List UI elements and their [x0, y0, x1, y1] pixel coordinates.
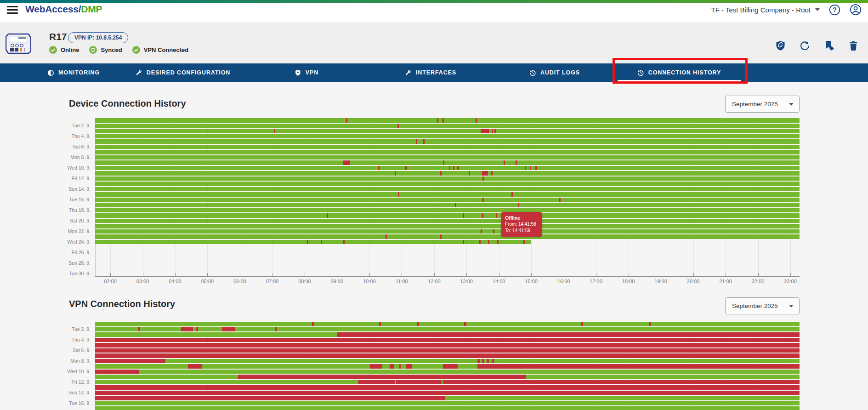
offline-segment[interactable]	[238, 375, 526, 379]
timeline-row-day-24[interactable]	[95, 240, 800, 245]
timeline-row-day-8[interactable]	[95, 359, 800, 364]
offline-segment[interactable]	[518, 203, 519, 207]
online-segment[interactable]	[95, 139, 800, 144]
account-icon[interactable]	[850, 4, 862, 16]
online-segment[interactable]	[95, 134, 800, 139]
timeline-row-day-6[interactable]	[95, 145, 800, 149]
offline-segment[interactable]	[477, 364, 800, 369]
offline-segment[interactable]	[481, 129, 490, 133]
offline-segment[interactable]	[397, 124, 399, 128]
timeline-row-day-17[interactable]	[95, 203, 800, 207]
offline-segment[interactable]	[479, 240, 481, 245]
online-segment[interactable]	[95, 187, 800, 192]
timeline-row-day-20[interactable]	[95, 219, 800, 223]
online-segment[interactable]	[95, 155, 800, 160]
timeline-row-day-15[interactable]	[95, 192, 800, 197]
tab-interfaces[interactable]: INTERFACES	[405, 63, 456, 82]
online-segment[interactable]	[95, 229, 800, 234]
offline-segment[interactable]	[477, 359, 480, 364]
timeline-row-day-7[interactable]	[95, 150, 800, 154]
offline-segment[interactable]	[469, 171, 470, 176]
offline-segment[interactable]	[530, 166, 531, 171]
offline-segment[interactable]	[482, 213, 483, 218]
device-chart-month-selector[interactable]: September 2025	[725, 96, 800, 113]
online-segment[interactable]	[95, 213, 800, 218]
offline-segment[interactable]	[390, 364, 395, 369]
online-segment[interactable]	[395, 380, 396, 385]
help-icon[interactable]: ?	[829, 4, 840, 16]
online-segment[interactable]	[95, 150, 800, 154]
tab-monitoring[interactable]: MONITORING	[47, 63, 100, 82]
offline-segment[interactable]	[95, 370, 139, 374]
timeline-row-day-7[interactable]	[95, 353, 800, 358]
online-segment[interactable]	[95, 240, 531, 245]
refresh-icon[interactable]	[800, 40, 810, 51]
offline-segment[interactable]	[482, 198, 484, 202]
offline-segment[interactable]	[95, 348, 800, 353]
offline-segment[interactable]	[464, 322, 466, 326]
timeline-row-day-19[interactable]	[95, 213, 800, 218]
timeline-row-day-1[interactable]	[95, 118, 800, 123]
offline-segment[interactable]	[443, 118, 444, 123]
timeline-row-day-10[interactable]	[95, 370, 800, 374]
offline-segment[interactable]	[398, 192, 399, 197]
online-segment[interactable]	[95, 208, 800, 213]
offline-segment[interactable]	[95, 353, 800, 358]
offline-segment[interactable]	[416, 139, 417, 144]
timeline-row-day-22[interactable]	[95, 229, 800, 234]
offline-segment[interactable]	[511, 192, 513, 197]
timeline-row-day-2[interactable]	[95, 124, 800, 128]
online-segment[interactable]	[95, 219, 800, 223]
timeline-row-day-17[interactable]	[95, 406, 800, 410]
offline-segment[interactable]	[482, 171, 488, 176]
online-segment[interactable]	[95, 203, 800, 207]
timeline-row-day-13[interactable]	[95, 182, 800, 186]
offline-segment[interactable]	[343, 240, 345, 245]
offline-segment[interactable]	[370, 364, 383, 369]
online-segment[interactable]	[445, 396, 800, 400]
offline-segment[interactable]	[581, 322, 584, 326]
vpn-chart-month-selector[interactable]: September 2025	[725, 297, 800, 314]
tab-vpn[interactable]: VPN	[295, 63, 318, 82]
offline-segment[interactable]	[417, 322, 420, 326]
online-segment[interactable]	[95, 370, 800, 374]
online-segment[interactable]	[95, 171, 800, 176]
offline-segment[interactable]	[504, 160, 505, 165]
tab-connection-history[interactable]: CONNECTION HISTORY	[637, 63, 721, 82]
offline-segment[interactable]	[559, 198, 561, 202]
online-segment[interactable]	[95, 124, 800, 128]
online-segment[interactable]	[95, 166, 800, 171]
offline-segment[interactable]	[476, 118, 477, 123]
shield-link-icon[interactable]	[776, 40, 786, 51]
offline-segment[interactable]	[455, 203, 456, 207]
timeline-row-day-15[interactable]	[95, 396, 800, 400]
offline-segment[interactable]	[463, 240, 464, 245]
offline-segment[interactable]	[327, 213, 328, 218]
offline-segment[interactable]	[196, 327, 198, 332]
online-segment[interactable]	[95, 401, 800, 406]
vpn-ip-chip[interactable]: VPN IP: 10.8.5.254	[68, 32, 128, 43]
tab-desired-configuration[interactable]: DESIRED CONFIGURATION	[136, 63, 231, 82]
offline-segment[interactable]	[346, 118, 347, 123]
online-segment[interactable]	[95, 332, 337, 337]
offline-segment[interactable]	[457, 166, 459, 171]
offline-segment[interactable]	[488, 240, 489, 245]
offline-segment[interactable]	[481, 229, 482, 234]
offline-segment[interactable]	[95, 385, 800, 390]
offline-segment[interactable]	[535, 166, 537, 171]
offline-segment[interactable]	[492, 359, 494, 364]
tenant-selector[interactable]: TF - Test Billing Company - Root	[711, 6, 820, 14]
offline-segment[interactable]	[440, 234, 442, 239]
tab-audit-logs[interactable]: AUDIT LOGS	[529, 63, 580, 82]
offline-segment[interactable]	[399, 364, 401, 369]
offline-segment[interactable]	[443, 364, 458, 369]
offline-segment[interactable]	[337, 332, 800, 337]
timeline-row-day-16[interactable]	[95, 198, 800, 202]
timeline-row-day-14[interactable]	[95, 187, 800, 192]
timeline-row-day-1[interactable]	[95, 322, 800, 326]
timeline-row-day-13[interactable]	[95, 385, 800, 390]
online-segment[interactable]	[95, 380, 358, 385]
online-segment[interactable]	[95, 327, 800, 332]
offline-segment[interactable]	[343, 160, 350, 165]
offline-segment[interactable]	[378, 166, 380, 171]
